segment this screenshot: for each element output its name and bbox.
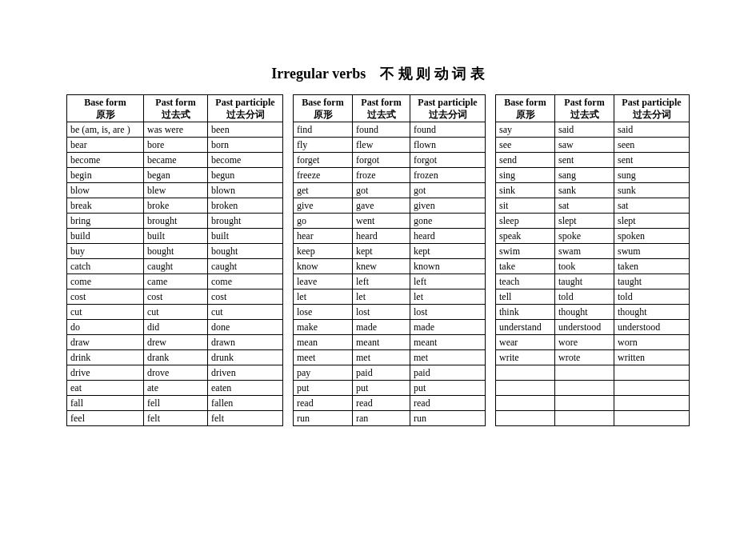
table-cell: understand (496, 320, 555, 335)
table-cell: put (294, 381, 353, 396)
table-row: comecamecome (67, 274, 283, 289)
table-row: flyflewflown (294, 138, 486, 153)
table-cell: put (410, 381, 486, 396)
table-cell: ran (353, 411, 410, 426)
table-cell: thought (555, 305, 614, 320)
table-cell: brought (144, 214, 208, 229)
table-row (496, 365, 690, 381)
table-row: paypaidpaid (294, 365, 486, 381)
table-cell: heard (353, 229, 410, 244)
table-cell: drove (144, 365, 208, 381)
table-cell: gone (410, 214, 486, 229)
table-cell (614, 381, 690, 396)
table-cell: drew (144, 335, 208, 350)
table-cell: understood (614, 320, 690, 335)
table-cell: born (208, 138, 283, 153)
table-row: thinkthoughtthought (496, 305, 690, 320)
table-cell: lost (410, 305, 486, 320)
table-cell: bought (144, 244, 208, 259)
table-cell: read (410, 396, 486, 411)
table-row: beginbeganbegun (67, 168, 283, 183)
table-cell: keep (294, 244, 353, 259)
header-past: Past form过去式 (353, 95, 410, 122)
table-cell: lose (294, 305, 353, 320)
table-cell: driven (208, 365, 283, 381)
table-row: forgetforgotforgot (294, 153, 486, 168)
table-cell: told (614, 289, 690, 305)
table-cell: heard (410, 229, 486, 244)
table-row: blowblewblown (67, 183, 283, 198)
table-cell: told (555, 289, 614, 305)
table-cell: thought (614, 305, 690, 320)
table-cell: sunk (614, 183, 690, 198)
table-cell: been (208, 122, 283, 138)
document-page: Irregular verbs 不 规 则 动 词 表 Base form原形 … (0, 0, 756, 426)
table-cell: left (353, 274, 410, 289)
table-row: letletlet (294, 289, 486, 305)
table-cell: cost (208, 289, 283, 305)
table-row: gowentgone (294, 214, 486, 229)
table-cell: left (410, 274, 486, 289)
table-cell: run (294, 411, 353, 426)
table-cell: caught (144, 259, 208, 274)
table-row: drivedrovedriven (67, 365, 283, 381)
table-row: cutcutcut (67, 305, 283, 320)
table-row: bringbroughtbrought (67, 214, 283, 229)
table-row (496, 396, 690, 411)
table-cell (555, 381, 614, 396)
table-row: breakbrokebroken (67, 198, 283, 214)
table-cell: meant (353, 335, 410, 350)
table-cell: speak (496, 229, 555, 244)
table-cell: begun (208, 168, 283, 183)
table-cell: sing (496, 168, 555, 183)
table-cell: meant (410, 335, 486, 350)
table-cell: made (353, 320, 410, 335)
table-row: buildbuiltbuilt (67, 229, 283, 244)
table-cell: blew (144, 183, 208, 198)
table-cell: freeze (294, 168, 353, 183)
table-row: freezefrozefrozen (294, 168, 486, 183)
table-cell: write (496, 350, 555, 365)
table-cell: drive (67, 365, 144, 381)
table-cell: mean (294, 335, 353, 350)
table-row: buyboughtbought (67, 244, 283, 259)
table-row: costcostcost (67, 289, 283, 305)
table-cell: cost (67, 289, 144, 305)
table-cell (555, 411, 614, 426)
table-row: swimswamswum (496, 244, 690, 259)
table-cell: kept (353, 244, 410, 259)
table-cell (496, 396, 555, 411)
table-row: sinksanksunk (496, 183, 690, 198)
table-row: meetmetmet (294, 350, 486, 365)
table-cell: got (410, 183, 486, 198)
table-cell: began (144, 168, 208, 183)
table-cell: feel (67, 411, 144, 426)
table-cell: let (410, 289, 486, 305)
table-cell: came (144, 274, 208, 289)
table-cell: sleep (496, 214, 555, 229)
table-cell: flown (410, 138, 486, 153)
table-cell: felt (144, 411, 208, 426)
table-cell: let (353, 289, 410, 305)
table-cell: teach (496, 274, 555, 289)
table-cell: find (294, 122, 353, 138)
table-cell: fell (144, 396, 208, 411)
table-cell: became (144, 153, 208, 168)
table-cell: took (555, 259, 614, 274)
table-cell: did (144, 320, 208, 335)
table-cell: cut (144, 305, 208, 320)
table-cell: saw (555, 138, 614, 153)
table-cell: bear (67, 138, 144, 153)
table-row: bearboreborn (67, 138, 283, 153)
table-row: feelfeltfelt (67, 411, 283, 426)
table-cell: cut (67, 305, 144, 320)
table-cell: catch (67, 259, 144, 274)
table-cell (614, 411, 690, 426)
table-cell: got (353, 183, 410, 198)
table-cell: read (353, 396, 410, 411)
table-cell: wear (496, 335, 555, 350)
table-cell: draw (67, 335, 144, 350)
table-cell: gave (353, 198, 410, 214)
table-header-row: Base form原形 Past form过去式 Past participle… (496, 95, 690, 122)
table-1-body: be (am, is, are )was werebeenbearborebor… (67, 122, 283, 426)
